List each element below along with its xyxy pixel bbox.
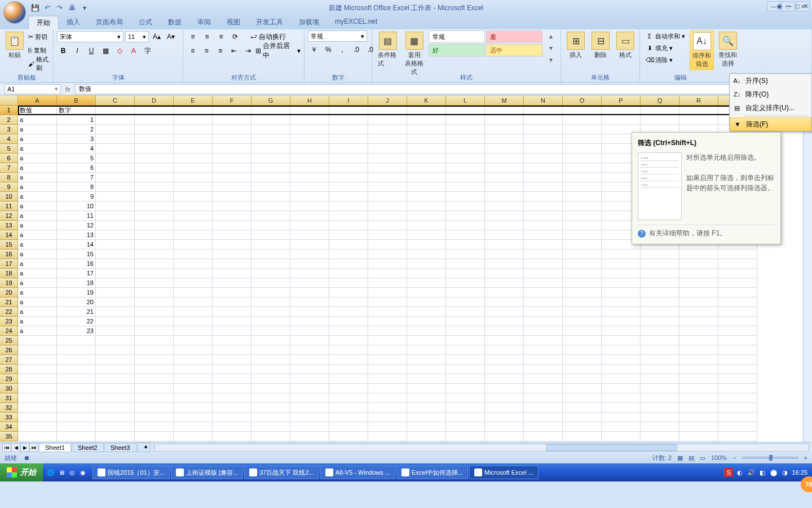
cell[interactable] (563, 288, 602, 297)
cell[interactable] (96, 154, 135, 163)
cell[interactable] (446, 134, 485, 144)
cell[interactable] (524, 326, 563, 336)
col-header[interactable]: Q (641, 95, 679, 105)
cell[interactable] (679, 307, 718, 317)
row-header[interactable]: 4 (0, 134, 18, 144)
clear-button[interactable]: ⌫清除▾ (643, 54, 687, 65)
cell[interactable] (641, 422, 679, 432)
cell[interactable] (641, 413, 679, 422)
cell[interactable] (251, 413, 290, 422)
cell[interactable] (96, 249, 135, 259)
cell[interactable] (718, 326, 757, 336)
comma-icon[interactable]: , (336, 44, 348, 55)
cell[interactable] (524, 345, 563, 355)
cell[interactable] (602, 393, 641, 403)
cell[interactable] (329, 249, 368, 259)
undo-icon[interactable]: ↶ (42, 2, 53, 14)
row-header[interactable]: 18 (0, 269, 18, 278)
col-header[interactable]: D (135, 95, 174, 105)
cell[interactable] (485, 173, 524, 182)
cell[interactable] (718, 403, 757, 413)
row-header[interactable]: 24 (0, 326, 18, 336)
cell[interactable] (602, 288, 641, 297)
cell[interactable] (563, 202, 602, 211)
cell[interactable] (524, 336, 563, 345)
row-header[interactable]: 2 (0, 115, 18, 125)
cell[interactable] (563, 269, 602, 278)
col-header[interactable]: R (679, 95, 718, 105)
cell[interactable] (135, 173, 174, 182)
decrease-font-icon[interactable]: A▾ (165, 31, 177, 42)
cell[interactable] (251, 134, 290, 144)
cell[interactable] (251, 384, 290, 393)
cell[interactable] (446, 278, 485, 288)
cell[interactable] (135, 144, 174, 154)
cell[interactable] (485, 163, 524, 173)
cell[interactable] (679, 106, 718, 115)
row-header[interactable]: 7 (0, 163, 18, 173)
cell[interactable] (18, 403, 57, 413)
cell[interactable] (641, 393, 679, 403)
cell[interactable] (368, 134, 407, 144)
cell[interactable] (407, 413, 446, 422)
cell[interactable] (679, 278, 718, 288)
cell[interactable] (329, 297, 368, 307)
cell[interactable] (174, 278, 213, 288)
row-header[interactable]: 12 (0, 211, 18, 221)
cell[interactable] (407, 355, 446, 365)
tray-icon-3[interactable]: 🔊 (747, 468, 756, 477)
row-header[interactable]: 26 (0, 345, 18, 355)
cell[interactable] (290, 307, 329, 317)
style-cell[interactable]: 常规 (429, 30, 485, 43)
ribbon-tab-0[interactable]: 开始 (28, 16, 59, 29)
cell[interactable] (563, 278, 602, 288)
cell[interactable] (251, 211, 290, 221)
cell[interactable] (251, 288, 290, 297)
cell[interactable] (368, 384, 407, 393)
cell[interactable] (524, 365, 563, 374)
cell[interactable] (602, 384, 641, 393)
cell[interactable] (251, 355, 290, 365)
cell[interactable]: a (18, 317, 57, 326)
row-header[interactable]: 8 (0, 173, 18, 182)
col-header[interactable]: O (563, 95, 602, 105)
cell[interactable] (485, 269, 524, 278)
cell[interactable] (213, 269, 251, 278)
align-left-icon[interactable]: ≡ (187, 45, 198, 56)
autosum-button[interactable]: Σ自动求和▾ (643, 30, 687, 42)
cell[interactable] (446, 297, 485, 307)
cell[interactable] (602, 115, 641, 125)
cell[interactable] (407, 403, 446, 413)
ribbon-tab-7[interactable]: 开发工具 (248, 16, 291, 29)
hscroll-thumb[interactable] (546, 444, 677, 451)
cell[interactable] (563, 326, 602, 336)
cell[interactable] (174, 134, 213, 144)
cell[interactable] (679, 413, 718, 422)
cell[interactable] (174, 403, 213, 413)
vertical-scrollbar[interactable] (803, 106, 812, 442)
row-header[interactable]: 3 (0, 125, 18, 134)
row-header[interactable]: 9 (0, 182, 18, 192)
cell[interactable] (679, 384, 718, 393)
cell[interactable] (485, 326, 524, 336)
cell[interactable] (213, 297, 251, 307)
cell[interactable] (407, 240, 446, 249)
cell[interactable] (329, 393, 368, 403)
cell[interactable] (679, 393, 718, 403)
cell[interactable] (602, 374, 641, 384)
cell[interactable] (485, 297, 524, 307)
cell[interactable] (174, 336, 213, 345)
cell[interactable] (135, 202, 174, 211)
cell[interactable] (290, 125, 329, 134)
cell[interactable] (446, 393, 485, 403)
cell[interactable] (718, 288, 757, 297)
cell[interactable] (135, 163, 174, 173)
cell[interactable] (290, 374, 329, 384)
cell[interactable] (329, 384, 368, 393)
cell[interactable] (57, 413, 96, 422)
cell[interactable] (602, 413, 641, 422)
cell[interactable] (18, 374, 57, 384)
cell[interactable]: 21 (57, 307, 96, 317)
cell[interactable] (290, 211, 329, 221)
sheet-next-icon[interactable]: ▶ (20, 443, 29, 452)
